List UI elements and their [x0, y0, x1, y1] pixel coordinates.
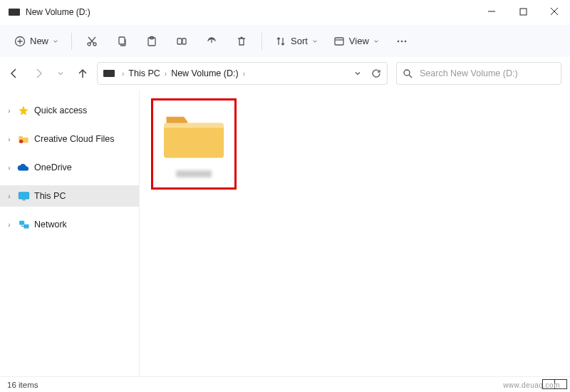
svg-point-13 — [404, 70, 410, 76]
new-label: New — [30, 36, 48, 46]
close-button[interactable] — [539, 0, 570, 23]
separator — [71, 33, 72, 50]
navpane-this-pc[interactable]: › This PC — [0, 185, 139, 207]
svg-point-12 — [405, 40, 407, 42]
title-bar: New Volume (D:) — [0, 0, 570, 24]
breadcrumb-current[interactable]: New Volume (D:) — [171, 68, 238, 78]
chevron-right-icon: › — [122, 70, 124, 78]
command-bar: New Sort View — [0, 24, 570, 57]
cut-icon — [86, 36, 98, 47]
recent-locations-button[interactable] — [57, 70, 64, 77]
navigation-pane: › Quick access › Creative Cloud Files › … — [0, 90, 139, 376]
share-icon — [206, 36, 217, 47]
copy-icon — [116, 36, 128, 47]
close-icon — [550, 7, 559, 16]
more-button[interactable] — [388, 29, 416, 53]
network-icon — [17, 218, 30, 231]
maximize-icon — [519, 8, 527, 16]
back-button[interactable] — [9, 68, 20, 79]
folder-item[interactable] — [151, 98, 237, 190]
view-icon — [333, 36, 345, 47]
nav-buttons — [9, 68, 88, 79]
ellipsis-icon — [395, 36, 408, 47]
svg-point-3 — [93, 43, 96, 46]
navpane-onedrive[interactable]: › OneDrive — [0, 157, 139, 178]
minimize-icon — [487, 7, 496, 16]
navpane-creative-cloud[interactable]: › Creative Cloud Files — [0, 128, 139, 150]
monitor-icon — [17, 190, 30, 202]
svg-point-11 — [401, 40, 403, 42]
watermark: www.deuaq.com — [503, 381, 560, 389]
navpane-label: Network — [34, 220, 67, 229]
up-button[interactable] — [77, 68, 88, 79]
navigation-row: › This PC › New Volume (D:) › — [0, 57, 570, 90]
svg-rect-4 — [119, 37, 125, 44]
svg-point-14 — [19, 140, 23, 143]
svg-point-10 — [398, 40, 400, 42]
copy-button[interactable] — [108, 29, 136, 53]
svg-rect-17 — [19, 220, 24, 225]
chevron-right-icon[interactable]: › — [6, 164, 13, 172]
chevron-right-icon[interactable]: › — [6, 192, 13, 200]
body: › Quick access › Creative Cloud Files › … — [0, 90, 570, 376]
view-button[interactable]: View — [326, 29, 386, 53]
breadcrumb-root[interactable]: This PC — [128, 68, 160, 78]
address-bar[interactable]: › This PC › New Volume (D:) › — [97, 62, 388, 85]
window-controls — [476, 0, 570, 23]
folder-icon — [162, 110, 225, 160]
new-button[interactable]: New — [7, 29, 66, 53]
paste-icon — [146, 36, 157, 47]
chevron-down-icon[interactable] — [354, 70, 361, 77]
search-input[interactable] — [418, 68, 555, 79]
chevron-down-icon — [373, 38, 379, 44]
delete-button[interactable] — [227, 29, 256, 53]
svg-rect-8 — [182, 38, 186, 44]
separator — [261, 33, 262, 50]
trash-icon — [236, 36, 247, 47]
navpane-label: This PC — [34, 191, 66, 201]
search-box[interactable] — [396, 62, 561, 85]
content-pane[interactable] — [139, 90, 570, 376]
minimize-button[interactable] — [476, 0, 507, 23]
window-title: New Volume (D:) — [26, 7, 90, 17]
search-icon — [403, 68, 413, 78]
navpane-label: Creative Cloud Files — [34, 134, 115, 144]
drive-icon — [103, 70, 115, 77]
navpane-network[interactable]: › Network — [0, 214, 139, 235]
view-label: View — [349, 36, 369, 46]
folder-name — [176, 170, 212, 177]
svg-rect-16 — [22, 199, 25, 200]
refresh-button[interactable] — [371, 68, 381, 78]
sort-icon — [275, 36, 286, 47]
share-button[interactable] — [197, 29, 226, 53]
forward-button[interactable] — [33, 68, 44, 79]
drive-icon — [9, 9, 20, 16]
maximize-button[interactable] — [507, 0, 539, 23]
navpane-label: Quick access — [34, 105, 87, 115]
svg-rect-0 — [520, 9, 527, 15]
star-icon — [17, 104, 30, 117]
navpane-quick-access[interactable]: › Quick access — [0, 100, 139, 121]
svg-rect-9 — [335, 38, 343, 45]
paste-button[interactable] — [138, 29, 166, 53]
chevron-down-icon — [312, 38, 318, 44]
chevron-right-icon: › — [243, 70, 245, 78]
chevron-right-icon[interactable]: › — [6, 135, 13, 143]
svg-rect-15 — [19, 192, 28, 198]
item-count: 16 items — [7, 381, 38, 389]
sort-label: Sort — [291, 36, 308, 46]
svg-rect-7 — [177, 38, 182, 44]
plus-circle-icon — [14, 36, 26, 47]
cut-button[interactable] — [78, 29, 106, 53]
chevron-right-icon[interactable]: › — [6, 107, 13, 115]
rename-button[interactable] — [167, 29, 196, 53]
chevron-right-icon[interactable]: › — [6, 221, 13, 229]
sort-button[interactable]: Sort — [268, 29, 325, 53]
rename-icon — [176, 36, 187, 47]
cloud-icon — [17, 161, 30, 174]
status-bar: 16 items — [0, 376, 570, 392]
folder-icon — [17, 133, 30, 145]
chevron-right-icon: › — [165, 70, 167, 78]
chevron-down-icon — [53, 38, 58, 44]
navpane-label: OneDrive — [34, 163, 72, 172]
